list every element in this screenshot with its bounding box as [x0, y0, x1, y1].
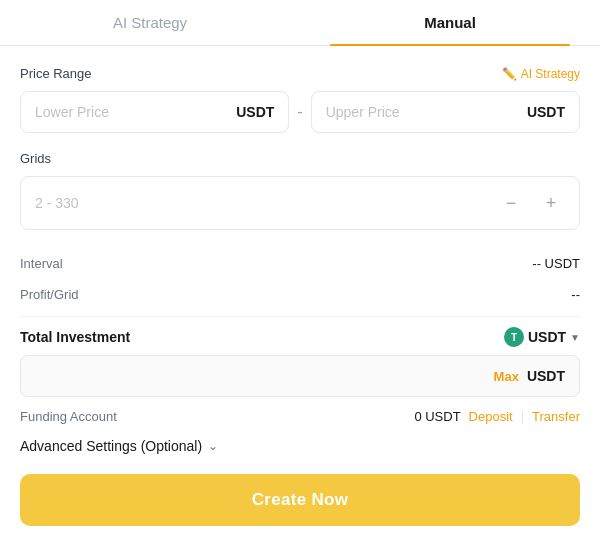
funding-right: 0 USDT Deposit | Transfer [414, 409, 580, 424]
tab-manual[interactable]: Manual [300, 0, 600, 45]
price-range-label: Price Range [20, 66, 92, 81]
lower-price-currency: USDT [236, 104, 274, 120]
grids-increment-button[interactable]: + [537, 189, 565, 217]
upper-price-input[interactable]: Upper Price USDT [311, 91, 580, 133]
interval-value: -- USDT [532, 256, 580, 271]
funding-links-divider: | [521, 409, 524, 424]
currency-label: USDT [528, 329, 566, 345]
grids-input[interactable]: 2 - 330 − + [20, 176, 580, 230]
max-label[interactable]: Max [494, 369, 519, 384]
pencil-icon: ✏️ [502, 67, 517, 81]
profit-grid-label: Profit/Grid [20, 287, 79, 302]
currency-selector[interactable]: T USDT ▼ [504, 327, 580, 347]
divider [20, 316, 580, 317]
currency-icon: T [504, 327, 524, 347]
currency-chevron-icon: ▼ [570, 332, 580, 343]
price-range-separator: - [297, 103, 302, 121]
funding-label: Funding Account [20, 409, 117, 424]
advanced-settings-chevron-icon: ⌄ [208, 439, 218, 453]
advanced-settings-label: Advanced Settings (Optional) [20, 438, 202, 454]
investment-input[interactable]: Max USDT [20, 355, 580, 397]
grids-label: Grids [20, 151, 580, 166]
total-investment-label: Total Investment [20, 329, 130, 345]
tab-ai-strategy[interactable]: AI Strategy [0, 0, 300, 45]
upper-price-currency: USDT [527, 104, 565, 120]
grids-placeholder: 2 - 330 [35, 195, 497, 211]
funding-amount: 0 USDT [414, 409, 460, 424]
advanced-settings-row[interactable]: Advanced Settings (Optional) ⌄ [20, 438, 580, 454]
funding-account-row: Funding Account 0 USDT Deposit | Transfe… [20, 409, 580, 424]
grids-controls: − + [497, 189, 565, 217]
price-range-header: Price Range ✏️ AI Strategy [20, 66, 580, 81]
profit-grid-row: Profit/Grid -- [20, 279, 580, 310]
transfer-link[interactable]: Transfer [532, 409, 580, 424]
total-investment-row: Total Investment T USDT ▼ [20, 327, 580, 347]
investment-currency: USDT [527, 368, 565, 384]
main-content: Price Range ✏️ AI Strategy Lower Price U… [0, 46, 600, 546]
profit-grid-value: -- [571, 287, 580, 302]
interval-row: Interval -- USDT [20, 248, 580, 279]
tab-bar: AI Strategy Manual [0, 0, 600, 46]
lower-price-input[interactable]: Lower Price USDT [20, 91, 289, 133]
lower-price-placeholder: Lower Price [35, 104, 236, 120]
price-range-row: Lower Price USDT - Upper Price USDT [20, 91, 580, 133]
ai-strategy-link[interactable]: ✏️ AI Strategy [502, 67, 580, 81]
create-now-button[interactable]: Create Now [20, 474, 580, 526]
grids-decrement-button[interactable]: − [497, 189, 525, 217]
upper-price-placeholder: Upper Price [326, 104, 527, 120]
deposit-link[interactable]: Deposit [469, 409, 513, 424]
interval-label: Interval [20, 256, 63, 271]
